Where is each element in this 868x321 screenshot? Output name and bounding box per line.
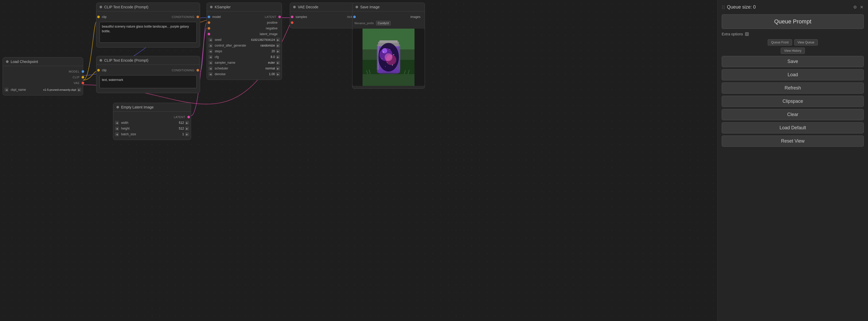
denoise-left-arrow[interactable]: ◀ [209,72,213,76]
port-vae-label: VAE [3,81,82,85]
batch-left-arrow[interactable]: ◀ [115,132,119,136]
control-right-arrow[interactable]: ▶ [276,43,280,48]
image-preview [352,29,425,86]
extra-options-label: Extra options [722,32,743,36]
svg-rect-22 [363,74,414,86]
port-model-label: MODEL [3,70,82,73]
load-default-button[interactable]: Load Default [722,122,864,134]
node-clip1-title: CLIP Text Encode (Prompt) [104,5,148,9]
port-conditioning2-dot[interactable] [196,69,199,71]
port-ksampler-model-dot[interactable] [208,16,210,18]
seed-value: 618213827934124 [251,38,275,41]
node-latent-header: Empty Latent Image [113,103,191,112]
steps-right-arrow[interactable]: ▶ [276,49,280,53]
port-clip-dot[interactable] [82,76,84,79]
sampler-left-arrow[interactable]: ◀ [209,61,213,65]
extra-options-row: Extra options [722,31,864,37]
port-ksampler-latent-in-dot[interactable] [208,33,210,35]
sampler-right-arrow[interactable]: ▶ [276,61,280,65]
port-ksampler-negative-dot[interactable] [208,27,210,30]
sampler-name-value: euler [254,61,275,64]
ckpt-value: v1-5-pruned-emaonly.ckpt [43,88,76,91]
save-button[interactable]: Save [722,56,864,67]
clear-button[interactable]: Clear [722,109,864,120]
extra-options-checkbox[interactable] [745,32,749,36]
height-right-arrow[interactable]: ▶ [185,126,189,130]
port-ksampler-latent-out-dot[interactable] [278,16,281,18]
queue-front-button[interactable]: Queue Front [768,39,792,46]
port-clip1-in-dot[interactable] [97,16,100,18]
port-conditioning1-dot[interactable] [196,16,199,18]
node-clip1-body: clip CONDITIONING beautiful scenery natu… [96,11,200,47]
port-row-vae: VAE [3,80,83,86]
cfg-label: cfg [214,55,253,59]
clip2-textarea[interactable]: text, watermark [99,75,197,88]
port-images-in-dot[interactable] [353,16,356,18]
svg-point-12 [382,48,387,53]
cfg-left-arrow[interactable]: ◀ [209,55,213,59]
port-clip-label: CLIP [3,76,82,79]
port-model-dot[interactable] [82,70,84,73]
node-latent-title: Empty Latent Image [121,105,154,109]
node-status-dot [6,60,8,63]
control-left-arrow[interactable]: ◀ [209,43,213,48]
node-clip1-status-dot [99,6,102,8]
svg-point-19 [385,66,386,66]
node-save-status-dot [355,6,358,8]
port-image-out-label: IMAGE [309,16,359,19]
queue-prompt-button[interactable]: Queue Prompt [722,14,864,29]
port-vae-in-dot[interactable] [291,21,293,24]
scheduler-right-arrow[interactable]: ▶ [276,66,280,70]
seed-left-arrow[interactable]: ◀ [209,38,213,42]
port-row-clip1-in: clip CONDITIONING [96,14,200,20]
view-queue-button[interactable]: View Queue [794,39,818,46]
width-right-arrow[interactable]: ▶ [185,121,189,125]
node-vae-body: samples IMAGE vae [290,11,362,28]
height-left-arrow[interactable]: ◀ [115,126,119,130]
port-vae-in-row: vae [290,20,362,26]
ckpt-right-arrow[interactable]: ▶ [77,88,81,92]
seed-right-arrow[interactable]: ▶ [276,38,280,42]
svg-rect-20 [378,46,379,70]
port-clip2-in-dot[interactable] [97,69,100,71]
refresh-button[interactable]: Refresh [722,83,864,94]
clip1-textarea[interactable]: beautiful scenery nature glass bottle la… [99,22,197,43]
cfg-right-arrow[interactable]: ▶ [276,55,280,59]
steps-row: ◀ steps 20 ▶ [207,48,282,54]
view-history-button[interactable]: View History [781,48,805,54]
node-clip2-body: clip CONDITIONING text, watermark [96,65,200,93]
canvas[interactable]: Load Checkpoint MODEL CLIP VAE ◀ ckpt_na… [0,0,717,321]
node-ksampler: KSampler model LATENT positive negative … [207,3,282,80]
port-ksampler-positive-dot[interactable] [208,21,210,24]
clipspace-button[interactable]: Clipspace [722,96,864,107]
node-save-image: Save Image images filename_prefix ComfyU… [352,3,425,89]
batch-right-arrow[interactable]: ▶ [185,132,189,136]
port-ksampler-latent-in-label: latent_image [257,32,280,36]
node-save-image-body: images filename_prefix ComfyUI [352,11,425,88]
node-load-checkpoint-title: Load Checkpoint [11,60,38,64]
port-images-in-row: images [352,14,425,20]
settings-icon-btn[interactable]: ⚙ [852,4,857,10]
height-value: 512 [163,127,184,130]
denoise-right-arrow[interactable]: ▶ [276,72,280,76]
queue-size-label: Queue size: 0 [727,4,756,10]
width-left-arrow[interactable]: ◀ [115,121,119,125]
control-after-label: control_after_generate [214,44,253,47]
ckpt-left-arrow[interactable]: ◀ [4,88,8,92]
port-latent-out-dot[interactable] [187,116,190,118]
close-icon-btn[interactable]: ✕ [860,4,864,10]
port-clip2-in-label: clip [100,68,108,72]
filename-prefix-value[interactable]: ComfyUI [376,21,391,26]
port-positive-row: positive [207,20,282,26]
port-vae-dot[interactable] [82,82,84,84]
control-after-row: ◀ control_after_generate randomize ▶ [207,43,282,48]
node-load-checkpoint-body: MODEL CLIP VAE ◀ ckpt_name v1-5-pruned-e… [3,66,83,95]
scheduler-left-arrow[interactable]: ◀ [209,66,213,70]
steps-left-arrow[interactable]: ◀ [209,49,213,53]
steps-value: 20 [254,50,275,53]
drag-handle[interactable] [722,5,725,9]
port-vae-samples-dot[interactable] [291,16,293,18]
port-row-clip: CLIP [3,75,83,80]
load-button[interactable]: Load [722,69,864,80]
reset-view-button[interactable]: Reset View [722,136,864,147]
